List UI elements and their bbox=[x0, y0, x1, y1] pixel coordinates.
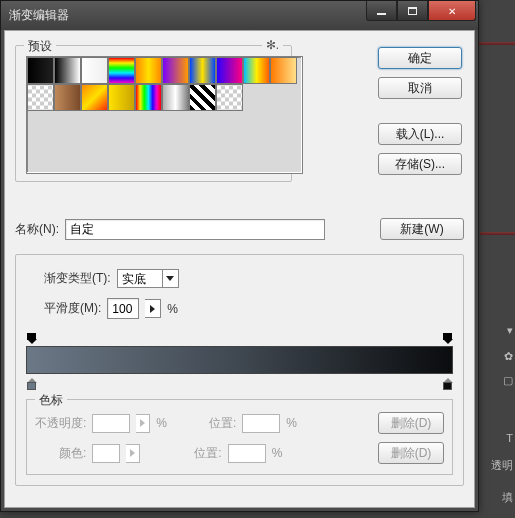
presets-legend: 预设 bbox=[24, 38, 56, 55]
gradient-track[interactable] bbox=[26, 333, 453, 389]
preset-swatch[interactable] bbox=[108, 84, 135, 111]
gradient-type-value: 实底 bbox=[117, 269, 163, 288]
color-position-input bbox=[228, 444, 266, 463]
stops-fieldset: 色标 不透明度: % 位置: % 删除(D) 颜色: bbox=[26, 399, 453, 475]
minimize-icon bbox=[377, 13, 386, 15]
delete-opacity-stop-button: 删除(D) bbox=[378, 412, 444, 434]
name-label: 名称(N): bbox=[15, 221, 59, 238]
color-label: 颜色: bbox=[59, 445, 86, 462]
preset-swatch[interactable] bbox=[27, 84, 54, 111]
gradient-type-label: 渐变类型(T): bbox=[44, 270, 111, 287]
bg-fill-label: 填 bbox=[502, 490, 513, 505]
opacity-position-input bbox=[242, 414, 280, 433]
save-button[interactable]: 存储(S)... bbox=[378, 153, 462, 175]
gradient-type-select[interactable]: 实底 bbox=[117, 269, 179, 288]
bg-opacity-label: 透明 bbox=[491, 458, 513, 473]
preset-swatch[interactable] bbox=[189, 84, 216, 111]
percent-label: % bbox=[156, 416, 167, 430]
chevron-right-icon bbox=[150, 305, 155, 313]
ok-button[interactable]: 确定 bbox=[378, 47, 462, 69]
preset-swatch[interactable] bbox=[27, 57, 54, 84]
stops-legend: 色标 bbox=[35, 392, 67, 409]
presets-menu-icon[interactable]: ✻. bbox=[262, 38, 283, 52]
color-stepper bbox=[126, 444, 140, 463]
preset-swatch[interactable] bbox=[135, 57, 162, 84]
maximize-button[interactable] bbox=[397, 1, 428, 21]
position-label: 位置: bbox=[209, 415, 236, 432]
preset-swatch-grid[interactable] bbox=[26, 56, 303, 174]
percent-label: % bbox=[167, 302, 178, 316]
opacity-stop-left[interactable] bbox=[26, 333, 37, 344]
delete-color-stop-button: 删除(D) bbox=[378, 442, 444, 464]
titlebar[interactable]: 渐变编辑器 bbox=[1, 1, 478, 30]
preset-swatch[interactable] bbox=[81, 84, 108, 111]
preset-swatch[interactable] bbox=[216, 84, 243, 111]
preset-swatch[interactable] bbox=[189, 57, 216, 84]
bg-type-tool: T bbox=[506, 432, 513, 444]
opacity-label: 不透明度: bbox=[35, 415, 86, 432]
preset-swatch[interactable] bbox=[135, 84, 162, 111]
preset-swatch[interactable] bbox=[270, 57, 297, 84]
presets-fieldset: 预设 ✻. bbox=[15, 45, 292, 182]
percent-label: % bbox=[286, 416, 297, 430]
chevron-down-icon bbox=[163, 269, 179, 288]
preset-swatch[interactable] bbox=[162, 57, 189, 84]
smoothness-input[interactable] bbox=[107, 298, 139, 319]
preset-swatch[interactable] bbox=[108, 57, 135, 84]
window-title: 渐变编辑器 bbox=[9, 7, 69, 24]
preset-swatch[interactable] bbox=[162, 84, 189, 111]
minimize-button[interactable] bbox=[366, 1, 397, 21]
percent-label: % bbox=[272, 446, 283, 460]
preset-swatch[interactable] bbox=[81, 57, 108, 84]
bg-icon2: ▢ bbox=[503, 374, 513, 387]
gradient-editor-window: 渐变编辑器 预设 ✻. bbox=[0, 0, 479, 512]
maximize-icon bbox=[408, 7, 417, 15]
color-stop-right[interactable] bbox=[442, 378, 453, 389]
opacity-input bbox=[92, 414, 130, 433]
smoothness-label: 平滑度(M): bbox=[44, 300, 101, 317]
preset-swatch[interactable] bbox=[243, 57, 270, 84]
opacity-stop-right[interactable] bbox=[442, 333, 453, 344]
cancel-button[interactable]: 取消 bbox=[378, 77, 462, 99]
gradient-bar[interactable] bbox=[26, 346, 453, 374]
color-swatch-input bbox=[92, 444, 120, 463]
smoothness-stepper[interactable] bbox=[145, 299, 161, 318]
position-label: 位置: bbox=[194, 445, 221, 462]
color-stop-left[interactable] bbox=[26, 378, 37, 389]
close-icon bbox=[448, 4, 456, 18]
load-button[interactable]: 载入(L)... bbox=[378, 123, 462, 145]
bg-panel-toggle: ▾ bbox=[507, 324, 513, 337]
preset-swatch[interactable] bbox=[54, 57, 81, 84]
preset-swatch[interactable] bbox=[54, 84, 81, 111]
new-button[interactable]: 新建(W) bbox=[380, 218, 464, 240]
opacity-stepper bbox=[136, 414, 150, 433]
preset-swatch[interactable] bbox=[216, 57, 243, 84]
gradient-settings-fieldset: 渐变类型(T): 实底 平滑度(M): % 色标 bbox=[15, 254, 464, 486]
name-input[interactable] bbox=[65, 219, 325, 240]
bg-icon: ✿ bbox=[504, 350, 513, 363]
close-button[interactable] bbox=[428, 1, 476, 21]
